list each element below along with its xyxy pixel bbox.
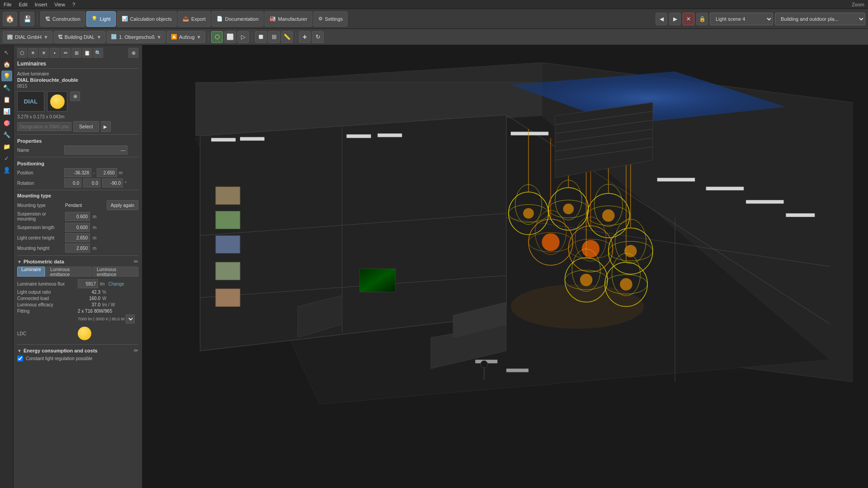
svg-rect-25 bbox=[657, 178, 695, 182]
rotation-row: Rotation ° bbox=[17, 178, 138, 188]
view-wireframe-btn[interactable]: ⬜ bbox=[224, 31, 236, 43]
mounting-section: Mounting type Mounting type Pendant Appl… bbox=[17, 193, 138, 253]
floor-btn[interactable]: 🔢 1. Obergeschoß ▼ bbox=[107, 31, 165, 43]
output-ratio-value: 42.3 bbox=[78, 290, 100, 295]
tab-light[interactable]: 💡 Light bbox=[86, 11, 116, 27]
grid-btn[interactable]: ⊞ bbox=[268, 31, 280, 43]
apply-btn[interactable]: Apply again bbox=[107, 200, 138, 210]
prop-name-row: Name bbox=[17, 145, 138, 155]
sidebar-lamp[interactable]: 🔦 bbox=[1, 82, 12, 93]
panel-tool-8[interactable]: 🔍 bbox=[93, 48, 103, 58]
change-link[interactable]: Change bbox=[108, 282, 124, 286]
sidebar-tools[interactable]: 🔧 bbox=[1, 129, 12, 140]
photo-tab-emittance1[interactable]: Luminous emittance bbox=[46, 267, 92, 277]
rot-y-input[interactable] bbox=[83, 178, 100, 188]
company-chevron: ▼ bbox=[43, 34, 48, 40]
copy-btn-small[interactable]: ⊕ bbox=[70, 91, 80, 101]
sidebar-person[interactable]: 👤 bbox=[1, 164, 12, 175]
fitting-dropdown[interactable]: ▼ bbox=[126, 314, 135, 324]
panel-tool-3[interactable]: ☀ bbox=[39, 48, 49, 58]
floor-chevron: ▼ bbox=[156, 34, 161, 40]
close-scene-btn[interactable]: ✕ bbox=[683, 13, 694, 25]
toolbar-right: ◀ ▶ ✕ 🔒 Light scene 4 Building and outdo… bbox=[656, 13, 865, 25]
menu-view[interactable]: View bbox=[54, 2, 65, 7]
sidebar-layers[interactable]: 📋 bbox=[1, 94, 12, 105]
tab-construction[interactable]: 🏗 Construction bbox=[40, 11, 85, 27]
suspension-mounting-input[interactable] bbox=[65, 212, 90, 221]
tab-calculation[interactable]: 📊 Calculation objects bbox=[117, 11, 177, 27]
menu-file[interactable]: File bbox=[4, 2, 12, 7]
positioning-title: Positioning bbox=[17, 161, 138, 166]
suspension-mounting-unit: m bbox=[93, 214, 96, 219]
panel-tool-2[interactable]: ☀ bbox=[28, 48, 38, 58]
prop-name-input[interactable] bbox=[64, 145, 127, 155]
building-dropdown[interactable]: Building and outdoor pla... bbox=[775, 13, 865, 25]
photo-tab-emittance2[interactable]: Luminous emittance bbox=[93, 267, 138, 277]
view-mode-btn[interactable]: 🔲 bbox=[255, 31, 267, 43]
sidebar-light[interactable]: 💡 bbox=[1, 70, 12, 81]
constant-light-checkbox[interactable] bbox=[17, 356, 23, 361]
select-button[interactable]: Select bbox=[73, 121, 99, 132]
select-row: Designation in DWG plan Select ▶ bbox=[17, 121, 138, 132]
sidebar-check[interactable]: ✓ bbox=[1, 153, 12, 164]
sidebar-pointer[interactable]: ↖ bbox=[1, 47, 12, 58]
next-scene-btn[interactable]: ▶ bbox=[669, 13, 681, 25]
select-arrow-btn[interactable]: ▶ bbox=[101, 121, 111, 132]
elevator-btn[interactable]: 🔼 Aufzug ▼ bbox=[167, 31, 205, 43]
quick-save-btn[interactable]: 💾 bbox=[20, 12, 34, 26]
panel-copy-btn[interactable]: ⊕ bbox=[128, 48, 138, 58]
refresh-btn[interactable]: ↻ bbox=[312, 31, 324, 43]
building-btn[interactable]: 🏗 Building DIAL ▼ bbox=[54, 31, 106, 43]
mounting-height-input[interactable] bbox=[65, 244, 90, 253]
suspension-length-input[interactable] bbox=[65, 223, 90, 232]
menu-edit[interactable]: Edit bbox=[19, 2, 28, 7]
viewport[interactable] bbox=[142, 45, 868, 488]
panel-tool-4[interactable]: • bbox=[50, 48, 60, 58]
dwg-input[interactable] bbox=[17, 122, 71, 131]
app-icon[interactable]: 🏠 bbox=[3, 12, 17, 26]
sidebar-home[interactable]: 🏠 bbox=[1, 59, 12, 70]
tab-documentation[interactable]: 📄 Documentation bbox=[212, 11, 264, 27]
ruler-btn[interactable]: 📏 bbox=[281, 31, 293, 43]
connected-load-row: Connected load 160.0 W bbox=[17, 296, 138, 301]
rot-z-input[interactable] bbox=[102, 178, 123, 188]
sidebar-chart[interactable]: 📊 bbox=[1, 106, 12, 117]
toolbar2-sep3 bbox=[296, 32, 296, 42]
pos-y-input[interactable] bbox=[97, 168, 117, 177]
panel-tool-6[interactable]: ⊞ bbox=[71, 48, 81, 58]
light-centre-label: Light centre height bbox=[17, 235, 62, 240]
photometric-edit-icon[interactable]: ✏ bbox=[134, 258, 138, 265]
position-row: Position - m bbox=[17, 168, 138, 177]
light-centre-input[interactable] bbox=[65, 233, 90, 242]
rot-x-input[interactable] bbox=[64, 178, 81, 188]
photometric-collapse-icon[interactable]: ▼ bbox=[17, 259, 22, 264]
scene-dropdown[interactable]: Light scene 4 bbox=[710, 13, 773, 25]
luminaire-logo: DIAL bbox=[24, 98, 38, 105]
menu-insert[interactable]: Insert bbox=[35, 2, 47, 7]
photo-tab-luminaire[interactable]: Luminaire bbox=[17, 267, 45, 277]
menu-help[interactable]: ? bbox=[72, 2, 75, 7]
pos-x-input[interactable] bbox=[64, 168, 91, 177]
energy-edit-icon[interactable]: ✏ bbox=[134, 347, 138, 354]
company-btn[interactable]: 🏢 DIAL GmbH ▼ bbox=[3, 31, 52, 43]
sidebar-target[interactable]: 🎯 bbox=[1, 117, 12, 128]
tab-manufacturer[interactable]: 🏭 Manufacturer bbox=[264, 11, 312, 27]
view-right-btn[interactable]: ▷ bbox=[237, 31, 249, 43]
panel-tool-1[interactable]: ⬡ bbox=[17, 48, 27, 58]
suspension-length-unit: m bbox=[93, 225, 96, 230]
sidebar-folder[interactable]: 📁 bbox=[1, 141, 12, 152]
panel-tool-5[interactable]: ✏ bbox=[61, 48, 71, 58]
doc-icon: 📄 bbox=[217, 16, 223, 22]
export-label: Export bbox=[191, 16, 206, 22]
prev-scene-btn[interactable]: ◀ bbox=[656, 13, 667, 25]
lock-btn[interactable]: 🔒 bbox=[696, 13, 708, 25]
tab-settings[interactable]: ⚙ Settings bbox=[313, 11, 348, 27]
flux-input[interactable] bbox=[78, 279, 98, 288]
tab-export[interactable]: 📤 Export bbox=[178, 11, 211, 27]
add-btn[interactable]: + bbox=[299, 31, 311, 43]
view-3d-btn[interactable]: ⬡ bbox=[211, 31, 223, 43]
panel-tool-7[interactable]: 📋 bbox=[82, 48, 92, 58]
rotation-label: Rotation bbox=[17, 181, 62, 186]
export-icon: 📤 bbox=[183, 16, 189, 22]
energy-collapse-icon[interactable]: ▼ bbox=[17, 348, 22, 353]
